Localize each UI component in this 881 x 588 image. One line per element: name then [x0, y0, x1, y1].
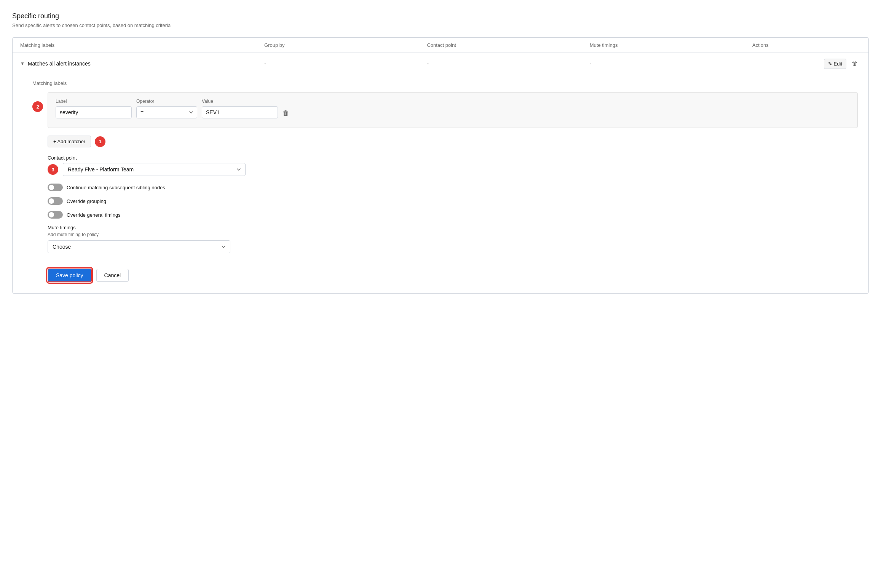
route-row: ▼ Matches all alert instances - - - ✎ Ed…	[13, 53, 868, 293]
override-timings-toggle[interactable]	[48, 211, 63, 219]
mute-timings-group: Mute timings Add mute timing to policy C…	[48, 225, 858, 253]
value-input[interactable]	[202, 106, 278, 118]
route-group-by: -	[264, 61, 427, 67]
delete-matcher-col: 🗑	[282, 99, 298, 118]
matcher-row: 2 Label Operator = != =~	[32, 92, 858, 128]
continue-matching-toggle[interactable]	[48, 184, 63, 191]
route-row-header: ▼ Matches all alert instances - - - ✎ Ed…	[13, 53, 868, 74]
route-title: Matches all alert instances	[28, 61, 91, 67]
operator-select[interactable]: = != =~ !~	[136, 106, 197, 118]
route-contact-point: -	[427, 61, 589, 67]
col-mute-timings: Mute timings	[590, 42, 752, 48]
value-field-col: Value	[202, 99, 278, 118]
matcher-fields-container: Label Operator = != =~ !~	[48, 92, 858, 128]
label-header: Label	[56, 99, 132, 104]
trash-icon: 🗑	[852, 60, 858, 67]
col-actions: Actions	[752, 42, 861, 48]
matching-labels-title: Matching labels	[32, 80, 858, 86]
contact-point-group: Contact point 3 Ready Five - Platform Te…	[48, 155, 858, 176]
routing-card: Matching labels Group by Contact point M…	[12, 37, 869, 294]
page-subtitle: Send specific alerts to chosen contact p…	[12, 22, 869, 28]
route-actions: ✎ Edit 🗑	[752, 58, 861, 69]
step-1-badge: 1	[95, 136, 105, 147]
matcher-fields-header: Label Operator = != =~ !~	[56, 99, 850, 118]
operator-header: Operator	[136, 99, 197, 104]
add-matcher-section: + Add matcher 1	[48, 136, 858, 147]
label-field-col: Label	[56, 99, 132, 118]
pencil-icon: ✎	[828, 61, 832, 67]
mute-timings-label: Mute timings	[48, 225, 858, 230]
override-grouping-toggle[interactable]	[48, 197, 63, 205]
label-input[interactable]	[56, 106, 132, 118]
toggle-slider-3	[48, 211, 63, 219]
plus-icon: + Add matcher	[53, 139, 85, 144]
route-mute-timings: -	[590, 61, 752, 67]
col-contact-point: Contact point	[427, 42, 589, 48]
override-grouping-label: Override grouping	[67, 198, 106, 204]
toggle-slider	[48, 184, 63, 191]
delete-matcher-button[interactable]: 🗑	[282, 109, 289, 117]
footer-actions: Save policy Cancel	[48, 261, 858, 282]
chevron-down-icon[interactable]: ▼	[20, 61, 25, 66]
contact-point-label: Contact point	[48, 155, 77, 161]
contact-point-select[interactable]: Ready Five - Platform Team	[63, 163, 246, 176]
col-group-by: Group by	[264, 42, 427, 48]
form-section: Contact point 3 Ready Five - Platform Te…	[48, 155, 858, 282]
mute-timings-sublabel: Add mute timing to policy	[48, 232, 858, 237]
continue-matching-row: Continue matching subsequent sibling nod…	[48, 184, 858, 191]
override-timings-row: Override general timings	[48, 211, 858, 219]
override-grouping-row: Override grouping	[48, 197, 858, 205]
col-matching-labels: Matching labels	[20, 42, 264, 48]
value-header: Value	[202, 99, 278, 104]
route-title-cell: ▼ Matches all alert instances	[20, 61, 264, 67]
page-title: Specific routing	[12, 12, 869, 20]
trash-icon: 🗑	[282, 109, 289, 117]
expanded-content: Matching labels 2 Label Operator =	[13, 74, 868, 293]
cancel-button[interactable]: Cancel	[96, 269, 129, 282]
toggle-slider-2	[48, 197, 63, 205]
table-header: Matching labels Group by Contact point M…	[13, 38, 868, 53]
edit-button[interactable]: ✎ Edit	[824, 59, 846, 69]
step-2-badge: 2	[32, 101, 43, 112]
mute-timings-select[interactable]: Choose	[48, 240, 230, 253]
save-policy-button[interactable]: Save policy	[48, 268, 92, 282]
delete-route-button[interactable]: 🗑	[849, 58, 861, 69]
step-3-badge: 3	[48, 164, 58, 175]
edit-label: Edit	[834, 61, 842, 67]
override-timings-label: Override general timings	[67, 212, 121, 218]
add-matcher-button[interactable]: + Add matcher	[48, 136, 91, 147]
continue-matching-label: Continue matching subsequent sibling nod…	[67, 185, 165, 190]
operator-field-col: Operator = != =~ !~	[136, 99, 197, 118]
